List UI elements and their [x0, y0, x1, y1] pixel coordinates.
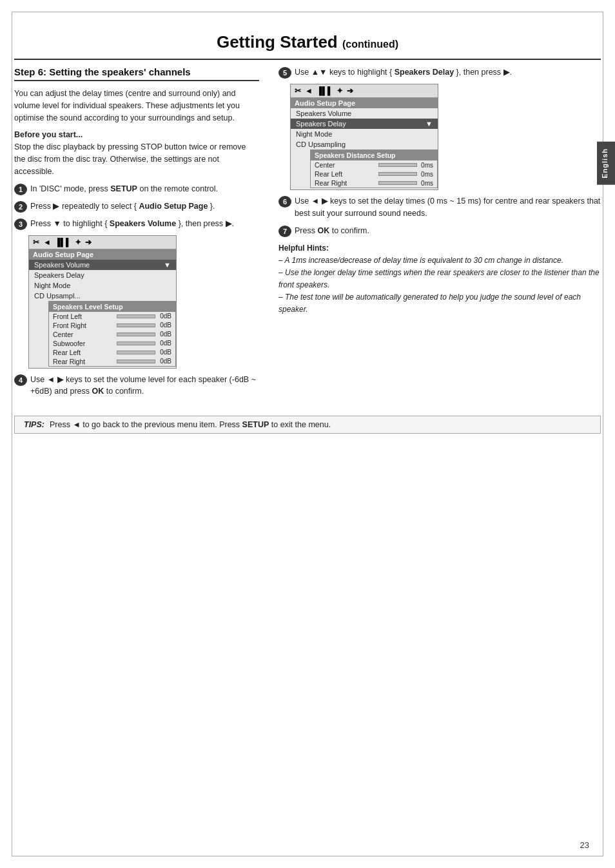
submenu-row-subwoofer: Subwoofer 0dB: [49, 339, 175, 348]
menu-item-cd-upsampling: CD Upsampl...: [29, 291, 176, 301]
step-1-num: 1: [14, 184, 27, 195]
icon-settings-2: ✦: [337, 86, 343, 95]
step-4-num: 4: [14, 374, 27, 386]
step-3-text: Press ▼ to highlight { Speakers Volume }…: [30, 218, 234, 230]
step-7: 7 Press OK to confirm.: [278, 225, 601, 237]
step-3: 3 Press ▼ to highlight { Speakers Volume…: [14, 218, 259, 230]
hint-1: – A 1ms increase/decrease of delay time …: [278, 255, 601, 267]
hint-3: – The test tone will be automatically ge…: [278, 291, 601, 316]
icon-scissors: ✂: [33, 238, 39, 247]
intro-text: You can adjust the delay times (centre a…: [14, 88, 259, 124]
step-5-text: Use ▲▼ keys to highlight { Speakers Dela…: [295, 66, 512, 79]
helpful-hints-title: Helpful Hints:: [278, 242, 601, 255]
screen-icons-2: ✂ ◄ ▐▌▌ ✦ ➔: [291, 84, 438, 98]
submenu-row-2-rear-left: Rear Left 0ms: [311, 169, 437, 178]
menu-item-2-cd-upsampling: CD Upsampling: [291, 139, 438, 149]
before-start: Before you start... Stop the disc playba…: [14, 130, 259, 177]
screen-submenu-1: Speakers Level Setup Front Left 0dB Fron…: [48, 301, 176, 367]
border-right: [602, 12, 603, 856]
tips-text: Press ◄ to go back to the previous menu …: [50, 420, 331, 429]
tips-label: TIPS:: [24, 420, 44, 429]
icon-forward-2: ➔: [347, 86, 353, 95]
submenu-title-2: Speakers Distance Setup: [311, 150, 437, 160]
left-column: Step 6: Setting the speakers' channels Y…: [14, 66, 272, 403]
before-start-title: Before you start...: [14, 130, 259, 139]
step-2-text: Press ▶ repeatedly to select { Audio Set…: [30, 200, 215, 213]
submenu-row-2-rear-right: Rear Right 0ms: [311, 178, 437, 188]
section-title: Step 6: Setting the speakers' channels: [14, 66, 259, 77]
menu-item-2-speakers-volume: Speakers Volume: [291, 108, 438, 119]
submenu-row-2-center: Center 0ms: [311, 160, 437, 169]
menu-item-speakers-volume: Speakers Volume ▼: [29, 260, 176, 270]
step-4-text: Use ◄ ▶ keys to set the volume level for…: [30, 374, 259, 398]
border-left: [12, 12, 13, 856]
hint-2: – Use the longer delay time settings whe…: [278, 267, 601, 291]
submenu-row-rear-left: Rear Left 0dB: [49, 348, 175, 357]
menu-item-night-mode: Night Mode: [29, 280, 176, 291]
page-header: Getting Started (continued): [14, 14, 601, 60]
screen-title-2: Audio Setup Page: [291, 98, 438, 108]
icon-settings: ✦: [75, 238, 81, 247]
step-1: 1 In 'DISC' mode, press SETUP on the rem…: [14, 183, 259, 195]
step-6-text: Use ◄ ▶ keys to set the delay times (0 m…: [295, 195, 601, 220]
screen-icons-1: ✂ ◄ ▐▌▌ ✦ ➔: [29, 236, 176, 249]
step-3-num: 3: [14, 218, 27, 230]
step-4: 4 Use ◄ ▶ keys to set the volume level f…: [14, 374, 259, 398]
submenu-row-rear-right: Rear Right 0dB: [49, 357, 175, 366]
step-5: 5 Use ▲▼ keys to highlight { Speakers De…: [278, 66, 601, 79]
screen-title-1: Audio Setup Page: [29, 249, 176, 260]
menu-item-2-speakers-delay: Speakers Delay ▼: [291, 119, 438, 129]
submenu-row-front-left: Front Left 0dB: [49, 312, 175, 321]
tips-box: TIPS: Press ◄ to go back to the previous…: [14, 416, 601, 434]
menu-item-speakers-delay: Speakers Delay: [29, 270, 176, 280]
border-top: [12, 12, 603, 13]
step-6-num: 6: [278, 196, 291, 207]
icon-pause-2: ▐▌▌: [317, 86, 333, 95]
screen-mockup-1: ✂ ◄ ▐▌▌ ✦ ➔ Audio Setup Page Speakers Vo…: [28, 235, 177, 369]
icon-pause: ▐▌▌: [55, 238, 72, 247]
icon-scissors-2: ✂: [295, 86, 301, 95]
page-title: Getting Started (continued): [40, 32, 575, 52]
menu-item-2-night-mode: Night Mode: [291, 129, 438, 139]
step-1-text: In 'DISC' mode, press SETUP on the remot…: [30, 183, 218, 195]
border-bottom: [12, 855, 603, 856]
step-7-text: Press OK to confirm.: [295, 225, 369, 237]
step-5-num: 5: [278, 67, 291, 79]
screen-mockup-2: ✂ ◄ ▐▌▌ ✦ ➔ Audio Setup Page Speakers Vo…: [290, 84, 438, 190]
step-6: 6 Use ◄ ▶ keys to set the delay times (0…: [278, 195, 601, 220]
submenu-title-1: Speakers Level Setup: [49, 302, 175, 312]
right-column: 5 Use ▲▼ keys to highlight { Speakers De…: [272, 66, 601, 403]
helpful-hints: Helpful Hints: – A 1ms increase/decrease…: [278, 242, 601, 316]
page-number: 23: [580, 840, 589, 850]
language-tab: English: [597, 142, 615, 185]
icon-forward: ➔: [85, 238, 92, 247]
submenu-row-front-right: Front Right 0dB: [49, 321, 175, 330]
step-2: 2 Press ▶ repeatedly to select { Audio S…: [14, 200, 259, 213]
section-heading: Step 6: Setting the speakers' channels: [14, 66, 259, 81]
content-area: Step 6: Setting the speakers' channels Y…: [0, 60, 615, 409]
submenu-row-center: Center 0dB: [49, 330, 175, 339]
step-7-num: 7: [278, 226, 291, 237]
screen-submenu-2: Speakers Distance Setup Center 0ms Rear …: [310, 149, 438, 188]
icon-back-2: ◄: [305, 86, 313, 95]
before-start-text: Stop the disc playback by pressing STOP …: [14, 141, 259, 177]
step-2-num: 2: [14, 201, 27, 213]
icon-back: ◄: [43, 238, 51, 247]
